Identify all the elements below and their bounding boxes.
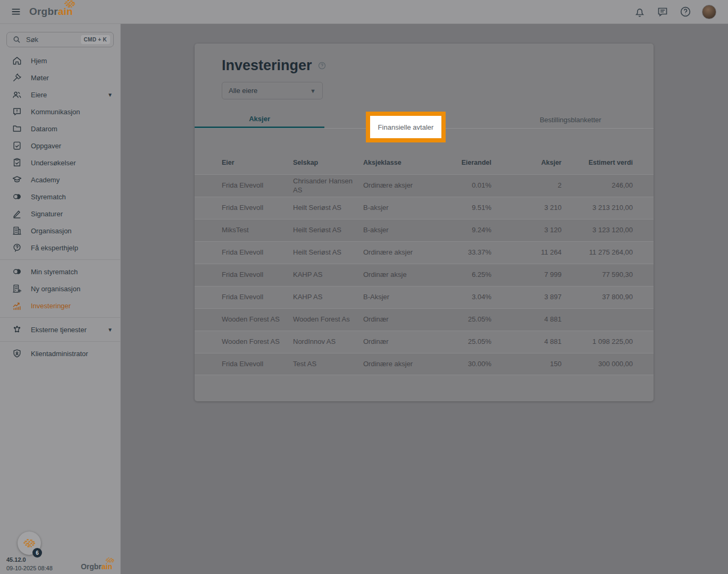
tab-bestillingsblanketter[interactable]: Bestillingsblanketter bbox=[488, 111, 654, 128]
table-cell: 3 213 210,00 bbox=[562, 204, 633, 212]
table-cell: 150 bbox=[491, 360, 562, 368]
app-version: 45.12.0 bbox=[6, 556, 26, 563]
menu-icon[interactable] bbox=[9, 5, 23, 19]
sidebar-item-investeringer[interactable]: Investeringer bbox=[0, 297, 120, 314]
table-cell: Frida Elvevoll bbox=[222, 293, 293, 301]
table-cell: 37 800,90 bbox=[562, 293, 633, 301]
table-row: Frida ElvevollKAHP ASOrdinær aksje6.25%7… bbox=[195, 264, 654, 286]
tab-aksjer[interactable]: Aksjer bbox=[195, 111, 324, 128]
table-cell: 11 275 264,00 bbox=[562, 248, 633, 257]
help-icon[interactable] bbox=[679, 5, 692, 18]
table-cell: MiksTest bbox=[222, 226, 293, 234]
chevron-down-icon: ▼ bbox=[107, 92, 113, 98]
brain-icon bbox=[63, 0, 76, 8]
sidebar-divider bbox=[0, 341, 120, 342]
notifications-bell-icon[interactable] bbox=[633, 5, 646, 18]
table-cell: 30.00% bbox=[421, 360, 491, 368]
table-cell: Heilt Seriøst AS bbox=[293, 248, 363, 257]
table-cell: 3 897 bbox=[491, 293, 562, 301]
table-cell: 25.05% bbox=[421, 337, 491, 346]
sidebar-item-unders-kelser[interactable]: Undersøkelser bbox=[0, 154, 120, 171]
sidebar-item-label: Organisasjon bbox=[31, 227, 113, 235]
sidebar-item-oppgaver[interactable]: Oppgaver bbox=[0, 137, 120, 154]
footer-logo-text: Orgbr bbox=[81, 562, 102, 571]
search-input[interactable]: Søk CMD + K bbox=[6, 32, 114, 47]
sidebar: Søk CMD + K HjemMøterEiere▼Kommunikasjon… bbox=[0, 24, 121, 574]
table-cell: B-Aksjer bbox=[363, 293, 421, 301]
table-cell: Frida Elvevoll bbox=[222, 271, 293, 279]
sidebar-item-styrematch[interactable]: Styrematch bbox=[0, 188, 120, 205]
table-cell: 2 bbox=[491, 181, 562, 190]
sidebar-item-label: Academy bbox=[31, 176, 113, 184]
page-title: Investeringer bbox=[222, 57, 312, 74]
toggle-circles-icon bbox=[12, 191, 22, 202]
tab-label: Bestillingsblanketter bbox=[540, 116, 601, 124]
sidebar-divider bbox=[0, 259, 120, 260]
expert-help-icon bbox=[12, 242, 22, 253]
sidebar-item-organisasjon[interactable]: Organisasjon bbox=[0, 222, 120, 239]
table-cell: 25.05% bbox=[421, 315, 491, 324]
building-plus-icon bbox=[12, 283, 22, 294]
home-icon bbox=[12, 55, 22, 66]
table-cell: Ordinær bbox=[363, 315, 421, 324]
sidebar-item-m-ter[interactable]: Møter bbox=[0, 69, 120, 86]
table-cell: Ordinære aksjer bbox=[363, 360, 421, 368]
sidebar-item-label: Eiere bbox=[31, 91, 107, 99]
table-row: Frida ElvevollKAHP ASB-Aksjer3.04%3 8973… bbox=[195, 286, 654, 308]
sidebar-nav: HjemMøterEiere▼KommunikasjonDataromOppga… bbox=[0, 52, 120, 362]
owner-filter-value: Alle eiere bbox=[229, 87, 310, 95]
sidebar-item-eksterne-tjenester[interactable]: Eksterne tjenester▼ bbox=[0, 321, 120, 338]
highlight-box-finansielle-avtaler[interactable]: Finansielle avtaler bbox=[366, 112, 446, 142]
sidebar-item-min-styrematch[interactable]: Min styrematch bbox=[0, 263, 120, 280]
column-header: Aksjeklasse bbox=[363, 159, 421, 167]
sidebar-item-label: Signaturer bbox=[31, 210, 113, 218]
table-cell: Ordinær aksje bbox=[363, 271, 421, 279]
sidebar-item-hjem[interactable]: Hjem bbox=[0, 52, 120, 69]
table-row: Frida ElvevollTest ASOrdinære aksjer30.0… bbox=[195, 353, 654, 375]
sidebar-item-kommunikasjon[interactable]: Kommunikasjon bbox=[0, 103, 120, 120]
user-avatar[interactable] bbox=[702, 5, 716, 19]
sidebar-item-label: Styrematch bbox=[31, 193, 113, 201]
table-cell: Frida Elvevoll bbox=[222, 248, 293, 257]
notification-count-badge: 6 bbox=[32, 548, 42, 558]
sidebar-item-signaturer[interactable]: Signaturer bbox=[0, 205, 120, 222]
sidebar-item-label: Investeringer bbox=[31, 302, 113, 310]
orgbrain-logo: Orgbrain bbox=[29, 6, 73, 18]
table-cell: Wooden Forest AS bbox=[222, 337, 293, 346]
table-cell: 3 210 bbox=[491, 204, 562, 212]
sidebar-item-datarom[interactable]: Datarom bbox=[0, 120, 120, 137]
sidebar-item-label: Få eksperthjelp bbox=[31, 244, 113, 252]
messages-icon[interactable] bbox=[656, 5, 669, 18]
investments-card: Investeringer Alle eiere ▼ AksjerFinansi… bbox=[195, 44, 654, 401]
topbar: Orgbrain bbox=[0, 0, 728, 24]
sidebar-item-academy[interactable]: Academy bbox=[0, 171, 120, 188]
owner-filter-select[interactable]: Alle eiere ▼ bbox=[222, 82, 323, 99]
sidebar-item-ny-organisasjon[interactable]: Ny organisasjon bbox=[0, 280, 120, 297]
table-body: Frida ElvevollChrisander Hansen ASOrdinæ… bbox=[195, 174, 654, 375]
table-cell: 4 881 bbox=[491, 315, 562, 324]
sidebar-item-f-eksperthjelp[interactable]: Få eksperthjelp bbox=[0, 239, 120, 256]
sidebar-footer: 6 45.12.0 09-10-2025 08:48 Orgbrain bbox=[0, 505, 120, 574]
table-cell: Frida Elvevoll bbox=[222, 181, 293, 190]
folder-icon bbox=[12, 123, 22, 134]
clipboard-check-icon bbox=[12, 157, 22, 168]
column-header: Aksjer bbox=[491, 159, 562, 167]
sidebar-item-label: Hjem bbox=[31, 57, 113, 65]
column-header: Selskap bbox=[293, 159, 363, 167]
sidebar-divider bbox=[0, 317, 120, 318]
table-cell: Frida Elvevoll bbox=[222, 204, 293, 212]
sidebar-item-label: Møter bbox=[31, 74, 113, 82]
table-cell: Ordinær bbox=[363, 337, 421, 346]
sidebar-item-eiere[interactable]: Eiere▼ bbox=[0, 86, 120, 103]
sidebar-item-klientadministrator[interactable]: Klientadministrator bbox=[0, 345, 120, 362]
table-cell: 33.37% bbox=[421, 248, 491, 257]
table-cell: Chrisander Hansen AS bbox=[293, 177, 363, 195]
table-row: Frida ElvevollChrisander Hansen ASOrdinæ… bbox=[195, 174, 654, 197]
shield-icon bbox=[12, 348, 22, 359]
highlighted-tab-label: Finansielle avtaler bbox=[378, 123, 434, 131]
table-cell: 3 123 120,00 bbox=[562, 226, 633, 234]
search-icon bbox=[12, 35, 21, 44]
title-help-icon[interactable] bbox=[317, 61, 327, 70]
search-shortcut-badge: CMD + K bbox=[81, 35, 111, 44]
column-header: Eier bbox=[222, 159, 293, 167]
